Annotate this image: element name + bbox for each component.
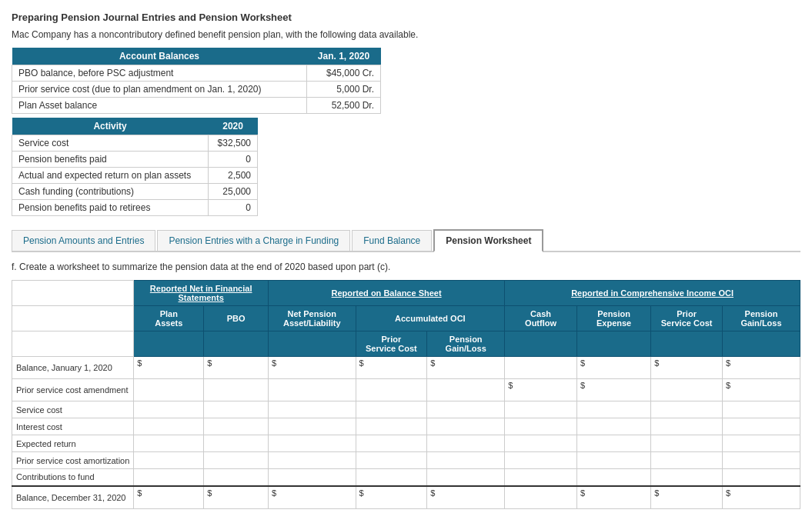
pw-input-7-4[interactable] (430, 498, 501, 507)
pw-input-5-7[interactable] (654, 456, 719, 465)
pw-input-6-1[interactable] (207, 472, 265, 481)
pw-input-5-3[interactable] (359, 456, 424, 465)
pw-input-0-8[interactable] (726, 368, 797, 377)
pw-input-6-3[interactable] (359, 472, 424, 481)
pw-input-3-4[interactable] (430, 422, 501, 431)
pw-input-4-7[interactable] (654, 439, 719, 448)
pw-input-0-2[interactable] (272, 368, 353, 377)
pw-input-3-5[interactable] (508, 422, 573, 431)
pw-input-2-8[interactable] (726, 405, 797, 415)
pw-cell-2-2[interactable] (269, 401, 356, 418)
pw-input-7-2[interactable] (272, 498, 353, 507)
pw-input-3-6[interactable] (580, 422, 647, 431)
pw-cell-7-8[interactable]: $ (722, 486, 800, 509)
tab-pension-amounts[interactable]: Pension Amounts and Entries (12, 230, 155, 251)
tab-fund-balance[interactable]: Fund Balance (352, 230, 432, 251)
pw-input-1-4[interactable] (430, 385, 501, 395)
pw-cell-2-6[interactable] (576, 401, 650, 418)
pw-cell-6-3[interactable] (356, 469, 427, 486)
pw-cell-1-8[interactable]: $ (722, 379, 800, 401)
pw-cell-0-0[interactable]: $ (134, 357, 204, 379)
pw-cell-6-6[interactable] (576, 469, 650, 486)
pw-input-5-5[interactable] (508, 456, 573, 465)
pw-input-4-4[interactable] (430, 439, 501, 448)
pw-input-1-7[interactable] (654, 385, 719, 395)
pw-cell-2-5[interactable] (505, 401, 577, 418)
pw-cell-1-3[interactable] (356, 379, 427, 401)
pw-input-0-5[interactable] (508, 363, 573, 372)
pw-cell-6-8[interactable] (722, 469, 800, 486)
pw-cell-6-7[interactable] (651, 469, 723, 486)
pw-input-2-7[interactable] (654, 405, 719, 415)
pw-input-3-3[interactable] (359, 422, 424, 431)
pw-cell-7-3[interactable]: $ (356, 486, 427, 509)
pw-cell-2-7[interactable] (651, 401, 723, 418)
pw-input-5-0[interactable] (137, 456, 200, 465)
pw-input-5-1[interactable] (207, 456, 265, 465)
pw-input-4-1[interactable] (207, 439, 265, 448)
pw-cell-5-5[interactable] (505, 452, 577, 469)
pw-input-5-4[interactable] (430, 456, 501, 465)
pw-cell-1-4[interactable] (427, 379, 505, 401)
pw-cell-2-3[interactable] (356, 401, 427, 418)
pw-input-0-4[interactable] (430, 368, 501, 377)
pw-cell-2-0[interactable] (134, 401, 204, 418)
pw-cell-3-0[interactable] (134, 418, 204, 435)
pw-cell-0-3[interactable]: $ (356, 357, 427, 379)
pw-input-3-7[interactable] (654, 422, 719, 431)
pw-input-7-0[interactable] (137, 498, 200, 507)
pw-input-0-6[interactable] (580, 368, 647, 377)
pw-cell-4-2[interactable] (269, 435, 356, 452)
pw-cell-4-5[interactable] (505, 435, 577, 452)
pw-cell-2-1[interactable] (204, 401, 269, 418)
pw-input-7-1[interactable] (207, 498, 265, 507)
pw-cell-3-8[interactable] (722, 418, 800, 435)
pw-cell-0-2[interactable]: $ (269, 357, 356, 379)
pw-input-2-5[interactable] (508, 405, 573, 415)
pw-cell-3-7[interactable] (651, 418, 723, 435)
pw-cell-6-5[interactable] (505, 469, 577, 486)
pw-input-2-6[interactable] (580, 405, 647, 415)
pw-cell-5-0[interactable] (134, 452, 204, 469)
pw-cell-6-0[interactable] (134, 469, 204, 486)
pw-input-6-5[interactable] (508, 472, 573, 481)
pw-cell-4-6[interactable] (576, 435, 650, 452)
pw-cell-0-4[interactable]: $ (427, 357, 505, 379)
pw-input-4-2[interactable] (272, 439, 353, 448)
pw-input-4-6[interactable] (580, 439, 647, 448)
pw-cell-5-6[interactable] (576, 452, 650, 469)
pw-input-0-3[interactable] (359, 368, 424, 377)
pw-cell-1-0[interactable] (134, 379, 204, 401)
pw-cell-2-4[interactable] (427, 401, 505, 418)
pw-cell-6-4[interactable] (427, 469, 505, 486)
pw-input-1-6[interactable] (580, 390, 647, 399)
pw-cell-4-4[interactable] (427, 435, 505, 452)
pw-cell-1-5[interactable]: $ (505, 379, 577, 401)
pw-cell-0-5[interactable] (505, 357, 577, 379)
pw-input-3-1[interactable] (207, 422, 265, 431)
pw-input-3-0[interactable] (137, 422, 200, 431)
pw-input-1-1[interactable] (207, 385, 265, 395)
pw-cell-3-1[interactable] (204, 418, 269, 435)
pw-cell-0-7[interactable]: $ (651, 357, 723, 379)
pw-input-1-5[interactable] (508, 390, 573, 399)
pw-cell-0-6[interactable]: $ (576, 357, 650, 379)
pw-input-0-0[interactable] (137, 368, 200, 377)
pw-cell-5-7[interactable] (651, 452, 723, 469)
pw-cell-7-1[interactable]: $ (204, 486, 269, 509)
pw-input-5-2[interactable] (272, 456, 353, 465)
pw-input-4-3[interactable] (359, 439, 424, 448)
pw-cell-4-3[interactable] (356, 435, 427, 452)
pw-cell-3-3[interactable] (356, 418, 427, 435)
pw-input-4-5[interactable] (508, 439, 573, 448)
pw-cell-5-3[interactable] (356, 452, 427, 469)
pw-cell-4-8[interactable] (722, 435, 800, 452)
pw-cell-2-8[interactable] (722, 401, 800, 418)
pw-cell-0-1[interactable]: $ (204, 357, 269, 379)
pw-cell-6-2[interactable] (269, 469, 356, 486)
pw-input-5-6[interactable] (580, 456, 647, 465)
pw-cell-3-2[interactable] (269, 418, 356, 435)
pw-input-2-0[interactable] (137, 405, 200, 415)
pw-cell-5-2[interactable] (269, 452, 356, 469)
pw-input-0-7[interactable] (654, 368, 719, 377)
